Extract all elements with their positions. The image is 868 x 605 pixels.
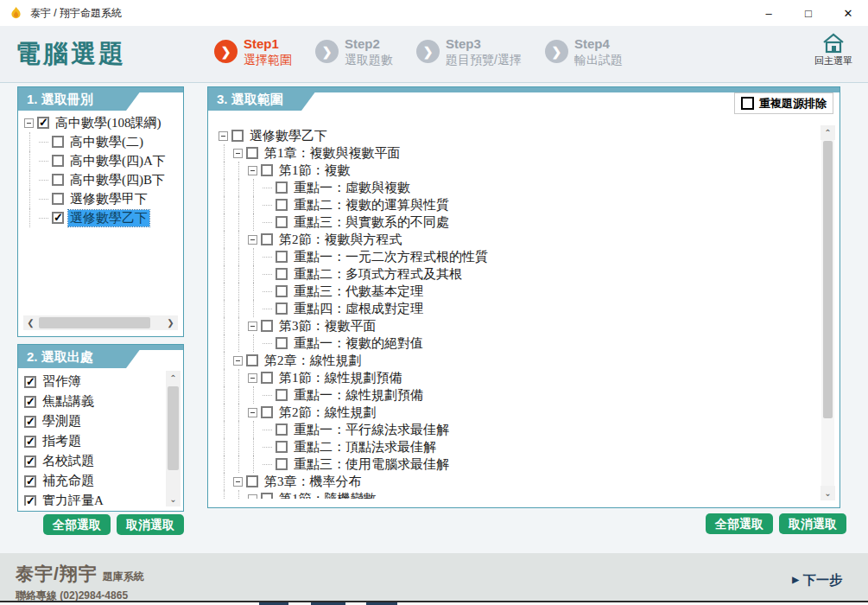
checkbox[interactable] — [276, 302, 288, 315]
book-item-label[interactable]: 高中數學(二) — [68, 134, 145, 150]
checkbox[interactable] — [276, 216, 288, 228]
home-button[interactable]: 回主選單 — [808, 32, 859, 67]
collapse-toggle-icon[interactable] — [248, 322, 257, 331]
scope-item-label[interactable]: 第2節：複數與方程式 — [277, 232, 404, 248]
collapse-toggle-icon[interactable] — [219, 131, 228, 141]
collapse-toggle-icon[interactable] — [233, 356, 243, 366]
minimize-icon[interactable]: – — [749, 0, 789, 26]
checkbox[interactable]: ✓ — [24, 455, 36, 468]
checkbox[interactable] — [276, 182, 288, 194]
deselect-all-button[interactable]: 取消選取 — [779, 513, 846, 534]
book-item-label[interactable]: 選修數學乙下 — [68, 210, 149, 226]
collapse-toggle-icon[interactable] — [248, 373, 257, 383]
scroll-left-icon[interactable]: ❮ — [23, 315, 38, 330]
checkbox[interactable]: ✓ — [37, 117, 49, 129]
scroll-right-icon[interactable]: ❯ — [163, 315, 178, 330]
checkbox[interactable] — [52, 155, 64, 167]
source-item-label[interactable]: 習作簿 — [41, 373, 83, 390]
scope-item-label[interactable]: 重點一：平行線法求最佳解 — [292, 422, 451, 438]
checkbox[interactable] — [276, 389, 288, 401]
book-item-label[interactable]: 選修數學甲下 — [68, 191, 149, 207]
scroll-down-icon[interactable]: ⌄ — [166, 492, 181, 506]
step-step2[interactable]: ❯Step2選取題數 — [315, 35, 393, 67]
scope-item-label[interactable]: 第3節：複數平面 — [277, 318, 378, 334]
collapse-toggle-icon[interactable] — [248, 408, 257, 417]
panel1-horizontal-scrollbar[interactable]: ❮ ❯ — [23, 315, 178, 330]
collapse-toggle-icon[interactable] — [248, 494, 257, 500]
scope-item-label[interactable]: 第3章：機率分布 — [263, 474, 364, 490]
scope-item-label[interactable]: 重點一：一元二次方程式根的性質 — [292, 249, 490, 265]
checkbox[interactable] — [276, 285, 288, 297]
checkbox[interactable] — [52, 193, 64, 205]
source-item-label[interactable]: 焦點講義 — [41, 393, 96, 410]
scope-item-label[interactable]: 第2章：線性規劃 — [263, 353, 364, 369]
scope-item-label[interactable]: 第2節：線性規劃 — [277, 404, 378, 421]
collapse-toggle-icon[interactable] — [248, 235, 257, 245]
checkbox[interactable] — [52, 174, 64, 186]
scroll-up-icon[interactable]: ⌃ — [820, 125, 835, 140]
deselect-all-button[interactable]: 取消選取 — [117, 514, 184, 535]
checkbox[interactable] — [261, 372, 273, 384]
source-item-label[interactable]: 補充命題 — [41, 473, 96, 489]
source-item-label[interactable]: 指考題 — [41, 433, 83, 449]
scroll-up-icon[interactable]: ⌃ — [166, 371, 181, 385]
scope-item-label[interactable]: 重點一：虛數與複數 — [292, 180, 412, 196]
scope-item-label[interactable]: 重點四：虛根成對定理 — [292, 301, 425, 317]
step-step4[interactable]: ❯Step4輸出試題 — [545, 35, 623, 67]
scrollbar-thumb[interactable] — [823, 141, 833, 418]
scope-item-label[interactable]: 第1章：複數與複數平面 — [263, 145, 402, 162]
scrollbar-thumb[interactable] — [39, 317, 150, 328]
checkbox[interactable] — [276, 199, 288, 211]
source-item-label[interactable]: 實力評量A — [41, 493, 105, 506]
checkbox[interactable]: ✓ — [24, 396, 36, 408]
checkbox[interactable] — [261, 406, 273, 418]
scope-item-label[interactable]: 重點一：複數的絕對值 — [292, 335, 425, 352]
step-step3[interactable]: ❯Step3題目預覽/選擇 — [416, 35, 522, 67]
select-all-button[interactable]: 全部選取 — [706, 513, 773, 534]
checkbox[interactable] — [246, 354, 258, 366]
scope-item-label[interactable]: 重點二：頂點法求最佳解 — [292, 439, 438, 455]
checkbox[interactable]: ✓ — [24, 376, 36, 388]
scope-item-label[interactable]: 第1節：複數 — [277, 162, 352, 179]
checkbox[interactable] — [276, 337, 288, 349]
scope-item-label[interactable]: 第1節：線性規劃預備 — [277, 370, 404, 386]
scope-item-label[interactable]: 重點二：多項式方程式及其根 — [292, 266, 464, 283]
checkbox[interactable] — [276, 441, 288, 453]
panel3-vertical-scrollbar[interactable]: ⌃ ⌄ — [821, 125, 834, 500]
scroll-down-icon[interactable]: ⌄ — [820, 486, 835, 500]
checkbox[interactable] — [246, 475, 258, 487]
checkbox[interactable]: ✓ — [24, 475, 36, 487]
book-item-label[interactable]: 高中數學(108課綱) — [54, 115, 163, 131]
collapse-toggle-icon[interactable] — [233, 477, 243, 487]
checkbox[interactable] — [276, 251, 288, 263]
checkbox[interactable] — [261, 320, 273, 332]
collapse-toggle-icon[interactable] — [233, 149, 243, 158]
checkbox[interactable] — [261, 164, 273, 176]
checkbox[interactable] — [261, 493, 273, 499]
checkbox[interactable] — [276, 458, 288, 470]
scope-item-label[interactable]: 重點二：複數的運算與性質 — [292, 197, 451, 213]
source-item-label[interactable]: 名校試題 — [41, 453, 96, 469]
scope-item-label[interactable]: 重點一：線性規劃預備 — [292, 387, 425, 404]
collapse-toggle-icon[interactable] — [24, 118, 34, 128]
scope-item-label[interactable]: 重點三：代數基本定理 — [292, 283, 425, 300]
dedupe-checkbox[interactable] — [741, 97, 754, 110]
collapse-toggle-icon[interactable] — [248, 166, 257, 175]
scope-item-label[interactable]: 選修數學乙下 — [248, 128, 329, 144]
panel2-vertical-scrollbar[interactable]: ⌃ ⌄ — [166, 371, 181, 506]
checkbox[interactable] — [52, 136, 64, 148]
checkbox[interactable] — [276, 268, 288, 280]
step-step1[interactable]: ❯Step1選擇範圍 — [214, 35, 292, 67]
select-all-button[interactable]: 全部選取 — [43, 514, 111, 535]
source-item-label[interactable]: 學測題 — [41, 413, 83, 430]
close-icon[interactable]: ✕ — [828, 0, 868, 26]
checkbox[interactable] — [231, 130, 244, 142]
scope-item-label[interactable]: 第1節：隨機變數 — [277, 491, 378, 500]
checkbox[interactable]: ✓ — [24, 495, 36, 506]
dedupe-option[interactable]: 重複題源排除 — [734, 92, 833, 114]
next-step-button[interactable]: ▶下一步 — [792, 572, 842, 589]
maximize-icon[interactable]: □ — [789, 0, 828, 26]
checkbox[interactable] — [246, 147, 258, 159]
checkbox[interactable] — [276, 424, 288, 436]
checkbox[interactable]: ✓ — [24, 416, 36, 428]
